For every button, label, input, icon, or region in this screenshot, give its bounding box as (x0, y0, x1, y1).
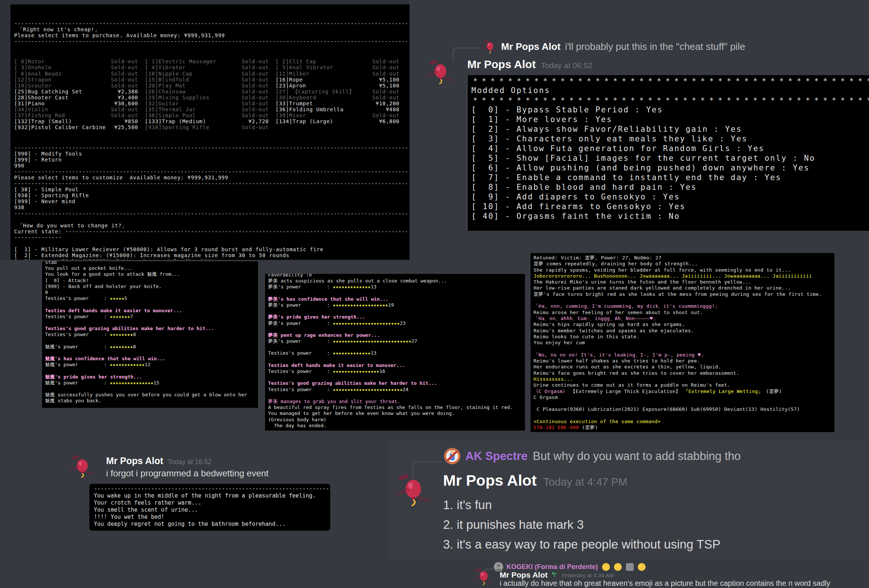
message-text: i actually do have that oh great heaven'… (500, 579, 830, 588)
message-header: Mr Pops Alot Yesterday at 4:34 AM (500, 570, 614, 580)
reply-avatar-balloon-icon[interactable]: MR POPS ALOT (483, 40, 497, 55)
message-text: i forgot i programmed a bedwetting event (106, 468, 268, 480)
svg-text:POPS: POPS (397, 486, 410, 498)
shop-terminal: ----------------------------------------… (10, 4, 409, 260)
author-name[interactable]: Mr Pops Alot (467, 58, 536, 71)
emoji-pleading-icon (614, 563, 622, 571)
avatar-balloon-icon[interactable]: MR POPS ALOT (397, 473, 430, 508)
shop-grid: [ 0]RotorSold-out[ 1]Electric MassagerSo… (14, 58, 409, 130)
author-name[interactable]: Mr Pops Alot (443, 472, 537, 489)
svg-text:ALOT: ALOT (491, 49, 497, 53)
reply-header[interactable]: Mr Pops Alot i'll probably put this in t… (501, 39, 745, 54)
svg-text:ALOT: ALOT (443, 76, 453, 83)
reply-avatar-no-sign-icon[interactable] (444, 448, 461, 466)
svg-text:MR: MR (483, 40, 488, 43)
discord-collage: ----------------------------------------… (0, 0, 869, 588)
message-header: Mr Pops Alot Today at 06:52 (467, 58, 592, 73)
modded-options-terminal[interactable]: ＊＊＊＊＊＊＊＊＊＊＊＊＊＊＊＊＊＊＊＊＊＊＊＊＊＊＊＊＊＊＊＊＊＊＊＊＊＊＊＊… (467, 75, 869, 231)
message-header: Mr Pops Alot Today at 16:52 (106, 456, 212, 468)
svg-text:MR: MR (476, 568, 482, 572)
bedwetting-terminal[interactable]: ----------------------------------------… (89, 484, 330, 531)
reply-author[interactable]: AK Spectre (466, 450, 528, 463)
shop-footer-lines: ----------------------------------------… (14, 145, 409, 260)
svg-text:POPS: POPS (483, 45, 488, 50)
svg-text:MR: MR (71, 455, 80, 461)
reply-text[interactable]: i'll probably put this in the "cheat stu… (565, 41, 745, 52)
combat-terminal-yumemi: Favorability :0夢美 acts suspicious as she… (265, 274, 525, 431)
timestamp: Today at 16:52 (168, 458, 212, 466)
event-terminal-reimu: Retuned: Victim: 霊夢, Power: 27, NoOmo: 2… (531, 253, 834, 432)
avatar-balloon-icon[interactable]: MR POPS ALOT (71, 455, 94, 479)
svg-text:POPS: POPS (71, 464, 80, 472)
svg-text:ALOT: ALOT (85, 470, 94, 476)
timestamp: Today at 4:47 PM (543, 476, 627, 488)
timestamp: Yesterday at 4:34 AM (561, 572, 614, 578)
sprout-emoji-icon (551, 571, 558, 579)
svg-text:ALOT: ALOT (417, 495, 430, 504)
author-name[interactable]: Mr Pops Alot (106, 456, 163, 466)
message-header: Mr Pops Alot Today at 4:47 PM (443, 472, 627, 493)
svg-text:MR: MR (398, 473, 409, 482)
svg-text:POPS: POPS (428, 69, 438, 78)
timestamp: Today at 06:52 (541, 61, 592, 70)
reply-header[interactable]: AK Spectre But why do you want to add st… (466, 448, 741, 465)
reply-author[interactable]: Mr Pops Alot (501, 41, 561, 52)
avatar-balloon-icon[interactable]: MR POPS ALOT (428, 59, 453, 86)
emoji-flushed-icon (638, 563, 646, 571)
svg-text:MR: MR (429, 59, 437, 66)
avatar-balloon-icon[interactable]: MR POPS ALOT (475, 568, 492, 587)
combat-terminal-mima: StabYou pull out a pocket knife...You lo… (42, 261, 258, 408)
author-name[interactable]: Mr Pops Alot (500, 570, 548, 579)
svg-text:ALOT: ALOT (485, 579, 492, 584)
numbered-list: 1. it's fun2. it punishes hate mark 33. … (443, 495, 721, 554)
shop-header-lines: ----------------------------------------… (14, 21, 409, 44)
emoji-image-icon (626, 563, 634, 571)
reply-text[interactable]: But why do you want to add stabbing tho (533, 450, 740, 463)
